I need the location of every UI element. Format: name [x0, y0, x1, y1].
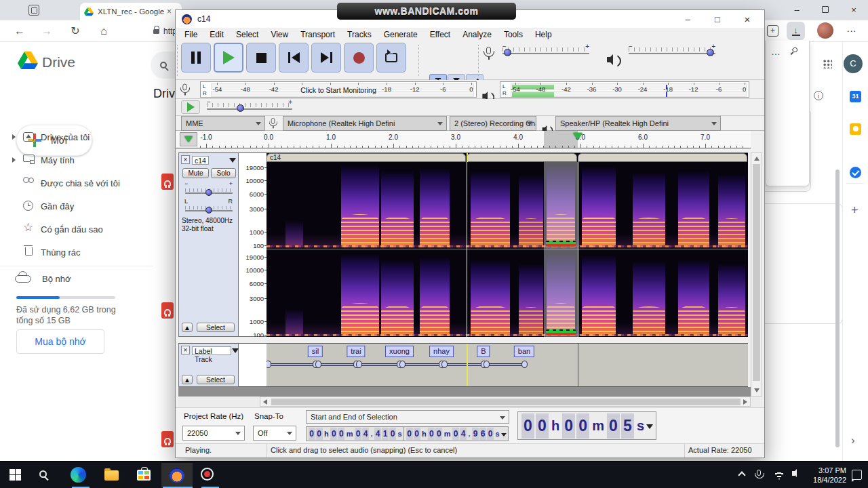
tray-wifi-icon[interactable] — [773, 471, 785, 480]
label-handle[interactable] — [484, 361, 490, 368]
keep-icon[interactable] — [850, 123, 861, 135]
label-track-select-button[interactable]: Select — [197, 375, 235, 384]
transport-skip-start-button[interactable] — [279, 43, 309, 73]
tab-close-icon[interactable]: × — [167, 7, 172, 16]
menu-effect[interactable]: Effect — [424, 28, 456, 41]
menu-analyze[interactable]: Analyze — [456, 28, 498, 41]
time-digit[interactable]: 0 — [576, 413, 589, 439]
flyout-menu-icon[interactable]: … — [771, 46, 781, 57]
solo-button[interactable]: Solo — [211, 168, 236, 178]
label-range-bar[interactable] — [486, 363, 524, 366]
transport-stop-button[interactable] — [246, 43, 276, 73]
time-digit[interactable]: 0 — [389, 428, 396, 440]
time-digit[interactable]: 1 — [382, 428, 389, 440]
action-center-icon[interactable] — [852, 470, 862, 480]
browser-minimize-button[interactable]: – — [783, 0, 811, 19]
time-digit[interactable]: m — [345, 430, 355, 438]
label-handle[interactable] — [441, 361, 448, 368]
time-digit[interactable]: 0 — [316, 428, 323, 440]
clip-header[interactable]: c14 — [267, 153, 466, 162]
time-digit[interactable]: . — [467, 430, 472, 438]
recording-volume-slider[interactable]: −+ — [502, 44, 589, 58]
time-digit[interactable]: 0 — [562, 413, 575, 439]
google-apps-icon[interactable] — [823, 59, 832, 68]
sidebar-item-trash[interactable]: Thùng rác — [0, 241, 152, 263]
menu-help[interactable]: Help — [529, 28, 558, 41]
time-digit[interactable]: 0 — [452, 428, 459, 440]
audio-position-field[interactable]: 00h00m05s — [517, 411, 656, 440]
taskbar-bandicam-icon[interactable] — [201, 468, 214, 481]
expand-caret-icon[interactable] — [12, 157, 16, 163]
start-button[interactable] — [9, 469, 21, 481]
label-handle[interactable] — [356, 361, 362, 368]
time-digit[interactable]: . — [370, 430, 374, 438]
time-digit[interactable]: m — [590, 418, 606, 434]
sidebar-item-shared[interactable]: Được chia sẻ với tôi — [0, 172, 152, 194]
add-addon-icon[interactable]: + — [851, 203, 859, 218]
label-range-bar[interactable] — [318, 363, 356, 366]
time-digit[interactable]: s — [494, 430, 501, 438]
menu-select[interactable]: Select — [230, 28, 264, 41]
menu-generate[interactable]: Generate — [378, 28, 424, 41]
time-digit[interactable]: 0 — [309, 428, 315, 440]
taskbar-store-icon[interactable] — [137, 467, 151, 481]
drive-avatar[interactable]: C — [844, 54, 863, 73]
project-rate-select[interactable]: 22050 — [182, 426, 245, 441]
label-range-bar[interactable] — [444, 363, 484, 366]
transport-pause-button[interactable] — [181, 43, 211, 73]
calendar-icon[interactable]: 31 — [850, 91, 861, 102]
audio-file-icon[interactable] — [161, 174, 174, 190]
expand-caret-icon[interactable] — [12, 134, 16, 140]
time-digit[interactable]: 0 — [435, 428, 442, 440]
recording-volume-knob[interactable] — [504, 49, 511, 56]
drive-scrollbar[interactable] — [835, 169, 840, 447]
forward-icon[interactable]: → — [38, 21, 56, 41]
track-menu-icon[interactable] — [229, 158, 236, 163]
browser-menu-icon[interactable]: … — [846, 22, 857, 34]
audacity-minimize-button[interactable]: – — [673, 10, 702, 28]
playhead-marker-icon[interactable] — [573, 133, 583, 140]
recording-meter[interactable]: LR Click to Start Monitoring -54-48-42-1… — [200, 81, 477, 98]
label-text[interactable]: ban — [514, 346, 534, 357]
menu-edit[interactable]: Edit — [203, 28, 230, 41]
time-digit[interactable]: m — [443, 430, 452, 438]
transport-skip-end-button[interactable] — [311, 43, 341, 73]
collapse-label-track-button[interactable]: ▲ — [182, 375, 193, 384]
label-track-menu-icon[interactable] — [232, 348, 239, 353]
label-handle[interactable] — [521, 361, 528, 368]
time-digit[interactable]: 0 — [521, 413, 534, 439]
audio-file-icon[interactable] — [161, 431, 174, 447]
output-device-select[interactable]: Speaker/HP (Realtek High Defini — [555, 116, 721, 131]
transport-play-button[interactable] — [214, 43, 243, 73]
menu-view[interactable]: View — [264, 28, 294, 41]
taskbar-audacity-tile[interactable] — [161, 463, 193, 487]
vertical-scrollbar[interactable] — [751, 152, 762, 396]
browser-avatar[interactable] — [817, 22, 833, 39]
label-track-close-button[interactable]: × — [181, 346, 190, 354]
label-text[interactable]: xuong — [385, 346, 414, 357]
drive-search-box[interactable] — [151, 52, 175, 79]
selection-end-field[interactable]: 00h00m04.960s — [403, 426, 509, 441]
split-tab-icon[interactable]: + — [767, 25, 778, 37]
label-track-content[interactable]: siltraixuongnhayBban — [267, 343, 748, 387]
pin-playhead-button[interactable] — [180, 132, 197, 146]
spectrogram-channel[interactable] — [267, 162, 748, 247]
time-digit[interactable]: 0 — [330, 428, 337, 440]
label-range-bar[interactable] — [268, 363, 315, 366]
browser-restore-button[interactable] — [811, 0, 840, 19]
time-digit[interactable]: s — [397, 430, 403, 438]
spectrogram-channel[interactable] — [267, 251, 748, 336]
time-digit[interactable]: 0 — [487, 428, 494, 440]
mute-button[interactable]: Mute — [182, 168, 209, 178]
menu-file[interactable]: File — [178, 28, 203, 41]
tasks-icon[interactable] — [850, 167, 861, 178]
time-digit[interactable]: 9 — [472, 428, 479, 440]
horizontal-scrollbar[interactable] — [260, 396, 751, 407]
taskbar-edge-icon[interactable] — [71, 467, 86, 483]
audacity-close-button[interactable]: × — [733, 10, 762, 28]
pan-slider[interactable] — [185, 205, 233, 214]
back-icon[interactable]: ← — [11, 21, 28, 41]
drive-breadcrumb[interactable]: Driv — [153, 87, 175, 101]
snap-to-select[interactable]: Off — [253, 426, 296, 441]
record-meter-mic-icon[interactable] — [182, 84, 186, 91]
